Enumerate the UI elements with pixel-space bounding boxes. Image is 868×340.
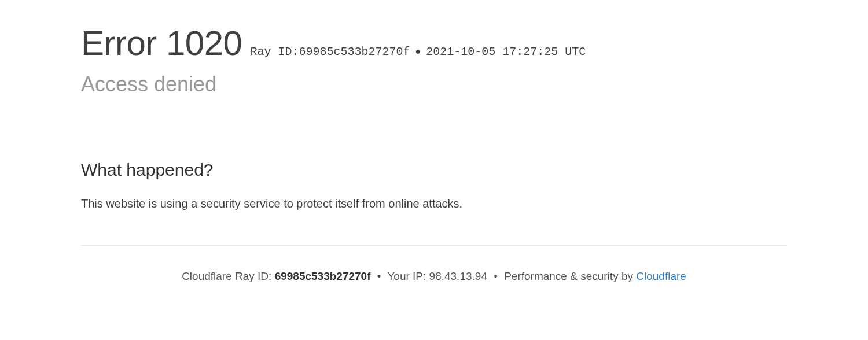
section-body: This website is using a security service…: [81, 195, 492, 213]
cloudflare-link[interactable]: Cloudflare: [636, 270, 686, 282]
timestamp: 2021-10-05 17:27:25 UTC: [426, 45, 586, 58]
ray-id-value: 69985c533b27270f: [299, 45, 410, 58]
ray-info-line: Ray ID: 69985c533b27270f ● 2021-10-05 17…: [250, 45, 586, 58]
footer: Cloudflare Ray ID: 69985c533b27270f • Yo…: [81, 270, 787, 283]
error-title: Error 1020: [81, 23, 242, 63]
what-happened-section: What happened? This website is using a s…: [81, 160, 492, 213]
error-header: Error 1020 Ray ID: 69985c533b27270f ● 20…: [81, 23, 787, 63]
footer-ray-label: Cloudflare Ray ID:: [182, 270, 275, 282]
footer-ip-value: 98.43.13.94: [429, 270, 487, 282]
dot-separator-icon: •: [377, 270, 381, 282]
dot-separator-icon: •: [494, 270, 498, 282]
bullet-separator-icon: ●: [415, 47, 421, 57]
section-heading: What happened?: [81, 160, 492, 180]
error-subtitle: Access denied: [81, 72, 787, 97]
footer-perf-label: Performance & security by: [504, 270, 636, 282]
ray-id-label: Ray ID:: [250, 45, 299, 58]
divider: [81, 245, 787, 246]
footer-ip-label: Your IP:: [387, 270, 429, 282]
footer-ray-id: 69985c533b27270f: [275, 270, 371, 282]
